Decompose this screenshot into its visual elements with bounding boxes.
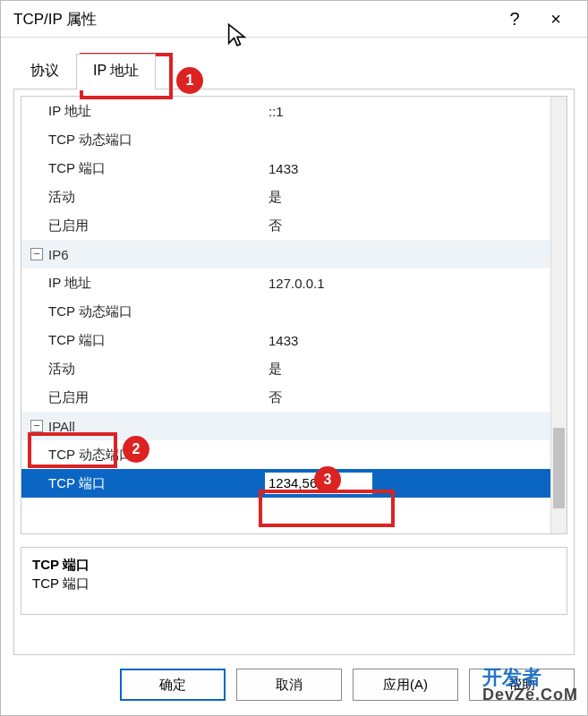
property-row[interactable]: 活动是 xyxy=(21,183,550,211)
property-value[interactable]: 1433 xyxy=(263,161,550,176)
property-label: 已启用 xyxy=(21,389,263,406)
property-value[interactable]: 否 xyxy=(263,389,550,406)
property-label: TCP 动态端口 xyxy=(21,132,263,149)
property-value[interactable]: 是 xyxy=(263,189,550,206)
group-name: IP6 xyxy=(48,247,69,262)
tab-panel: IP 地址::1TCP 动态端口TCP 端口1433活动是已启用否−IP6IP … xyxy=(13,89,575,655)
group-header[interactable]: −IPAll xyxy=(21,412,550,440)
property-row[interactable]: 已启用否 xyxy=(21,383,550,412)
property-label: TCP 动态端口 xyxy=(21,447,263,464)
property-value[interactable]: 127.0.0.1 xyxy=(263,276,550,291)
group-header[interactable]: −IP6 xyxy=(21,240,550,268)
tcpip-properties-dialog: TCP/IP 属性 ? × 协议 IP 地址 IP 地址::1TCP 动态端口T… xyxy=(0,0,588,716)
help-dialog-button[interactable]: 帮助 xyxy=(469,669,575,701)
window-title: TCP/IP 属性 xyxy=(13,9,494,30)
property-label: IP 地址 xyxy=(21,103,263,120)
scrollbar-thumb[interactable] xyxy=(553,428,565,508)
property-row[interactable]: TCP 动态端口 xyxy=(21,440,550,469)
property-row[interactable]: IP 地址127.0.0.1 xyxy=(21,268,550,297)
tab-strip: 协议 IP 地址 xyxy=(13,54,575,90)
description-title: TCP 端口 xyxy=(32,557,556,574)
description-pane: TCP 端口 TCP 端口 xyxy=(21,547,567,615)
property-label: TCP 端口 xyxy=(21,332,263,349)
property-value[interactable]: 1234,5678 xyxy=(263,473,550,494)
dialog-buttons: 确定 取消 应用(A) 帮助 xyxy=(1,655,587,715)
property-grid-container: IP 地址::1TCP 动态端口TCP 端口1433活动是已启用否−IP6IP … xyxy=(21,96,567,534)
property-label: 已启用 xyxy=(21,217,263,234)
property-value[interactable]: 1433 xyxy=(263,333,550,348)
property-label: TCP 动态端口 xyxy=(21,303,263,320)
property-label: TCP 端口 xyxy=(21,475,263,492)
dialog-content: 协议 IP 地址 IP 地址::1TCP 动态端口TCP 端口1433活动是已启… xyxy=(1,38,587,655)
close-button[interactable]: × xyxy=(535,8,576,30)
property-label: IP 地址 xyxy=(21,275,263,292)
property-row[interactable]: IP 地址::1 xyxy=(21,97,550,125)
property-grid[interactable]: IP 地址::1TCP 动态端口TCP 端口1433活动是已启用否−IP6IP … xyxy=(21,97,550,533)
property-row[interactable]: TCP 动态端口 xyxy=(21,125,550,154)
property-label: TCP 端口 xyxy=(21,160,263,177)
property-row[interactable]: 已启用否 xyxy=(21,211,550,240)
property-value[interactable]: ::1 xyxy=(263,104,550,119)
collapse-icon[interactable]: − xyxy=(30,248,43,260)
property-label: 活动 xyxy=(21,189,263,206)
cancel-button[interactable]: 取消 xyxy=(236,669,342,701)
property-row[interactable]: TCP 动态端口 xyxy=(21,297,550,326)
group-name: IPAll xyxy=(48,419,75,434)
help-button[interactable]: ? xyxy=(494,8,535,30)
description-body: TCP 端口 xyxy=(32,575,556,592)
property-row[interactable]: TCP 端口1433 xyxy=(21,154,550,183)
apply-button[interactable]: 应用(A) xyxy=(353,669,458,701)
property-value[interactable]: 是 xyxy=(263,361,550,378)
property-value[interactable]: 否 xyxy=(263,217,550,234)
tab-protocol[interactable]: 协议 xyxy=(13,54,76,90)
property-row[interactable]: 活动是 xyxy=(21,354,550,383)
collapse-icon[interactable]: − xyxy=(30,420,43,432)
titlebar: TCP/IP 属性 ? × xyxy=(1,1,587,38)
property-label: 活动 xyxy=(21,361,263,378)
ok-button[interactable]: 确定 xyxy=(120,669,226,701)
scrollbar[interactable] xyxy=(550,97,567,533)
property-row[interactable]: TCP 端口1234,5678 xyxy=(21,469,550,498)
tab-ip-address[interactable]: IP 地址 xyxy=(76,54,156,90)
property-row[interactable]: TCP 端口1433 xyxy=(21,326,550,354)
